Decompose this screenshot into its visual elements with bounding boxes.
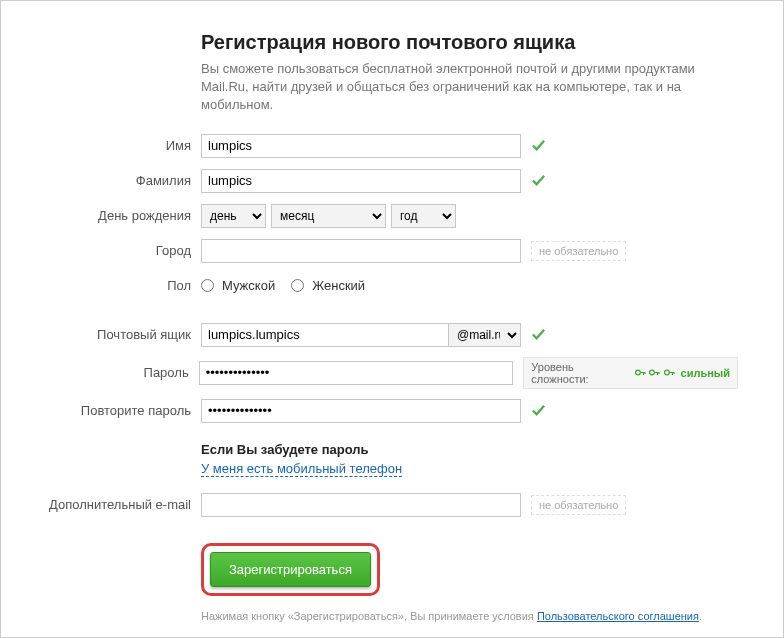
firstname-label: Имя — [46, 138, 201, 153]
gender-female-label: Женский — [312, 278, 365, 293]
form-header: Регистрация нового почтового ящика Вы см… — [201, 31, 738, 115]
optional-hint: не обязательно — [531, 495, 626, 515]
gender-male-radio[interactable] — [201, 279, 214, 292]
city-label: Город — [46, 243, 201, 258]
year-select[interactable]: год — [391, 204, 456, 228]
extra-email-input[interactable] — [201, 493, 521, 517]
birthday-label: День рождения — [46, 208, 201, 223]
svg-point-1 — [650, 370, 655, 375]
submit-highlight: Зарегистрироваться — [201, 543, 380, 596]
forgot-password-section: Если Вы забудете пароль У меня есть моби… — [201, 442, 738, 476]
svg-point-0 — [635, 370, 640, 375]
password-input[interactable] — [199, 361, 514, 385]
gender-male-label: Мужской — [222, 278, 275, 293]
optional-hint: не обязательно — [531, 241, 626, 261]
register-button[interactable]: Зарегистрироваться — [210, 552, 371, 587]
domain-select[interactable]: @mail.ru — [449, 323, 521, 347]
gender-label: Пол — [46, 278, 201, 293]
strength-label: Уровень сложности: — [531, 361, 631, 385]
extra-email-label: Дополнительный e-mail — [46, 497, 201, 512]
forgot-title: Если Вы забудете пароль — [201, 442, 738, 457]
agreement-text: Нажимая кнопку «Зарегистрироваться», Вы … — [201, 610, 738, 622]
check-icon — [531, 173, 546, 188]
lastname-label: Фамилия — [46, 173, 201, 188]
check-icon — [531, 327, 546, 342]
city-input[interactable] — [201, 239, 521, 263]
password-repeat-input[interactable] — [201, 399, 521, 423]
page-title: Регистрация нового почтового ящика — [201, 31, 738, 54]
day-select[interactable]: день — [201, 204, 266, 228]
strength-level: сильный — [681, 367, 730, 379]
month-select[interactable]: месяц — [271, 204, 386, 228]
registration-form: Регистрация нового почтового ящика Вы см… — [0, 0, 784, 638]
key-icon — [634, 366, 647, 379]
key-icon — [648, 366, 661, 379]
lastname-input[interactable] — [201, 169, 521, 193]
firstname-input[interactable] — [201, 134, 521, 158]
mailbox-label: Почтовый ящик — [46, 327, 201, 342]
mailbox-input[interactable] — [201, 323, 449, 347]
check-icon — [531, 138, 546, 153]
check-icon — [531, 403, 546, 418]
gender-female-radio[interactable] — [291, 279, 304, 292]
mobile-phone-link[interactable]: У меня есть мобильный телефон — [201, 461, 402, 477]
key-icon — [663, 366, 676, 379]
agreement-link[interactable]: Пользовательского соглашения — [537, 610, 699, 622]
password-label: Пароль — [46, 365, 199, 380]
page-subtitle: Вы сможете пользоваться бесплатной элект… — [201, 60, 738, 115]
svg-point-2 — [664, 370, 669, 375]
password-repeat-label: Повторите пароль — [46, 403, 201, 418]
password-strength: Уровень сложности: сильный — [523, 357, 738, 389]
